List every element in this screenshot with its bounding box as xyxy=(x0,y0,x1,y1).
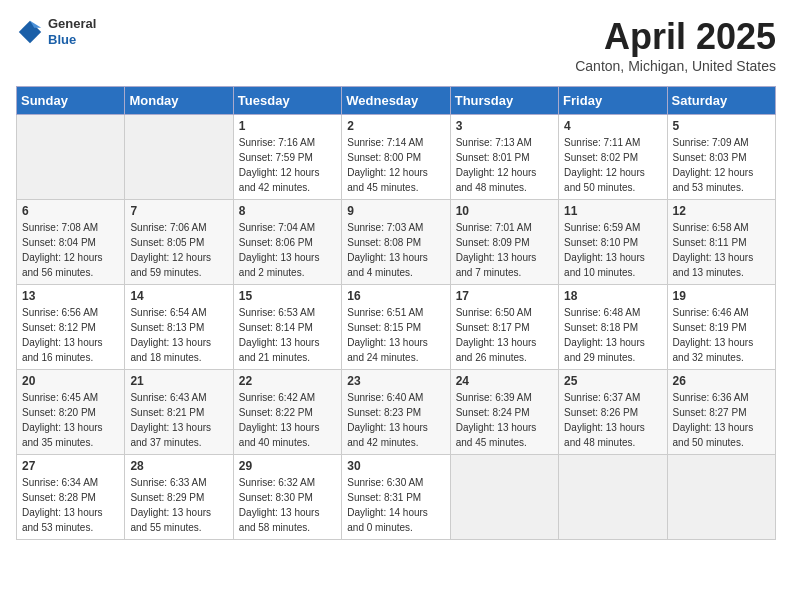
calendar-cell: 13Sunrise: 6:56 AM Sunset: 8:12 PM Dayli… xyxy=(17,285,125,370)
calendar-table: SundayMondayTuesdayWednesdayThursdayFrid… xyxy=(16,86,776,540)
calendar-cell: 10Sunrise: 7:01 AM Sunset: 8:09 PM Dayli… xyxy=(450,200,558,285)
svg-marker-0 xyxy=(19,20,41,42)
weekday-header-wednesday: Wednesday xyxy=(342,87,450,115)
calendar-cell xyxy=(125,115,233,200)
day-info: Sunrise: 6:32 AM Sunset: 8:30 PM Dayligh… xyxy=(239,475,336,535)
day-info: Sunrise: 7:09 AM Sunset: 8:03 PM Dayligh… xyxy=(673,135,770,195)
day-number: 22 xyxy=(239,374,336,388)
calendar-cell: 29Sunrise: 6:32 AM Sunset: 8:30 PM Dayli… xyxy=(233,455,341,540)
day-number: 5 xyxy=(673,119,770,133)
day-info: Sunrise: 7:11 AM Sunset: 8:02 PM Dayligh… xyxy=(564,135,661,195)
calendar-cell: 23Sunrise: 6:40 AM Sunset: 8:23 PM Dayli… xyxy=(342,370,450,455)
calendar-cell: 19Sunrise: 6:46 AM Sunset: 8:19 PM Dayli… xyxy=(667,285,775,370)
calendar-cell: 11Sunrise: 6:59 AM Sunset: 8:10 PM Dayli… xyxy=(559,200,667,285)
day-info: Sunrise: 6:36 AM Sunset: 8:27 PM Dayligh… xyxy=(673,390,770,450)
day-info: Sunrise: 7:08 AM Sunset: 8:04 PM Dayligh… xyxy=(22,220,119,280)
calendar-cell: 20Sunrise: 6:45 AM Sunset: 8:20 PM Dayli… xyxy=(17,370,125,455)
calendar-cell: 21Sunrise: 6:43 AM Sunset: 8:21 PM Dayli… xyxy=(125,370,233,455)
day-number: 7 xyxy=(130,204,227,218)
title-area: April 2025 Canton, Michigan, United Stat… xyxy=(575,16,776,74)
month-title: April 2025 xyxy=(575,16,776,58)
weekday-header-monday: Monday xyxy=(125,87,233,115)
calendar-cell: 2Sunrise: 7:14 AM Sunset: 8:00 PM Daylig… xyxy=(342,115,450,200)
calendar-cell: 25Sunrise: 6:37 AM Sunset: 8:26 PM Dayli… xyxy=(559,370,667,455)
day-number: 24 xyxy=(456,374,553,388)
calendar-cell: 24Sunrise: 6:39 AM Sunset: 8:24 PM Dayli… xyxy=(450,370,558,455)
week-row-1: 1Sunrise: 7:16 AM Sunset: 7:59 PM Daylig… xyxy=(17,115,776,200)
day-number: 14 xyxy=(130,289,227,303)
calendar-cell: 27Sunrise: 6:34 AM Sunset: 8:28 PM Dayli… xyxy=(17,455,125,540)
weekday-header-tuesday: Tuesday xyxy=(233,87,341,115)
day-info: Sunrise: 6:42 AM Sunset: 8:22 PM Dayligh… xyxy=(239,390,336,450)
logo-blue-text: Blue xyxy=(48,32,96,48)
day-number: 9 xyxy=(347,204,444,218)
calendar-cell: 1Sunrise: 7:16 AM Sunset: 7:59 PM Daylig… xyxy=(233,115,341,200)
day-number: 13 xyxy=(22,289,119,303)
day-number: 21 xyxy=(130,374,227,388)
day-number: 12 xyxy=(673,204,770,218)
calendar-cell xyxy=(17,115,125,200)
day-info: Sunrise: 7:14 AM Sunset: 8:00 PM Dayligh… xyxy=(347,135,444,195)
day-number: 30 xyxy=(347,459,444,473)
calendar-cell: 30Sunrise: 6:30 AM Sunset: 8:31 PM Dayli… xyxy=(342,455,450,540)
day-info: Sunrise: 6:54 AM Sunset: 8:13 PM Dayligh… xyxy=(130,305,227,365)
day-info: Sunrise: 6:51 AM Sunset: 8:15 PM Dayligh… xyxy=(347,305,444,365)
day-info: Sunrise: 6:33 AM Sunset: 8:29 PM Dayligh… xyxy=(130,475,227,535)
day-number: 17 xyxy=(456,289,553,303)
calendar-cell xyxy=(450,455,558,540)
calendar-cell: 5Sunrise: 7:09 AM Sunset: 8:03 PM Daylig… xyxy=(667,115,775,200)
weekday-header-sunday: Sunday xyxy=(17,87,125,115)
week-row-5: 27Sunrise: 6:34 AM Sunset: 8:28 PM Dayli… xyxy=(17,455,776,540)
logo: General Blue xyxy=(16,16,96,47)
calendar-cell: 18Sunrise: 6:48 AM Sunset: 8:18 PM Dayli… xyxy=(559,285,667,370)
calendar-cell: 7Sunrise: 7:06 AM Sunset: 8:05 PM Daylig… xyxy=(125,200,233,285)
week-row-3: 13Sunrise: 6:56 AM Sunset: 8:12 PM Dayli… xyxy=(17,285,776,370)
calendar-cell: 14Sunrise: 6:54 AM Sunset: 8:13 PM Dayli… xyxy=(125,285,233,370)
logo-text: General Blue xyxy=(48,16,96,47)
calendar-cell: 12Sunrise: 6:58 AM Sunset: 8:11 PM Dayli… xyxy=(667,200,775,285)
day-number: 25 xyxy=(564,374,661,388)
day-number: 6 xyxy=(22,204,119,218)
day-info: Sunrise: 6:46 AM Sunset: 8:19 PM Dayligh… xyxy=(673,305,770,365)
day-number: 11 xyxy=(564,204,661,218)
calendar-cell: 26Sunrise: 6:36 AM Sunset: 8:27 PM Dayli… xyxy=(667,370,775,455)
day-number: 18 xyxy=(564,289,661,303)
day-info: Sunrise: 6:43 AM Sunset: 8:21 PM Dayligh… xyxy=(130,390,227,450)
day-number: 3 xyxy=(456,119,553,133)
day-info: Sunrise: 7:16 AM Sunset: 7:59 PM Dayligh… xyxy=(239,135,336,195)
calendar-cell: 17Sunrise: 6:50 AM Sunset: 8:17 PM Dayli… xyxy=(450,285,558,370)
calendar-cell: 16Sunrise: 6:51 AM Sunset: 8:15 PM Dayli… xyxy=(342,285,450,370)
day-info: Sunrise: 6:53 AM Sunset: 8:14 PM Dayligh… xyxy=(239,305,336,365)
weekday-header-row: SundayMondayTuesdayWednesdayThursdayFrid… xyxy=(17,87,776,115)
day-number: 1 xyxy=(239,119,336,133)
day-info: Sunrise: 7:01 AM Sunset: 8:09 PM Dayligh… xyxy=(456,220,553,280)
day-number: 10 xyxy=(456,204,553,218)
day-info: Sunrise: 6:58 AM Sunset: 8:11 PM Dayligh… xyxy=(673,220,770,280)
day-number: 20 xyxy=(22,374,119,388)
logo-icon xyxy=(16,18,44,46)
day-number: 29 xyxy=(239,459,336,473)
day-number: 4 xyxy=(564,119,661,133)
calendar-cell: 6Sunrise: 7:08 AM Sunset: 8:04 PM Daylig… xyxy=(17,200,125,285)
day-info: Sunrise: 6:56 AM Sunset: 8:12 PM Dayligh… xyxy=(22,305,119,365)
calendar-cell: 28Sunrise: 6:33 AM Sunset: 8:29 PM Dayli… xyxy=(125,455,233,540)
day-info: Sunrise: 7:03 AM Sunset: 8:08 PM Dayligh… xyxy=(347,220,444,280)
weekday-header-saturday: Saturday xyxy=(667,87,775,115)
day-number: 27 xyxy=(22,459,119,473)
header: General Blue April 2025 Canton, Michigan… xyxy=(16,16,776,74)
day-number: 8 xyxy=(239,204,336,218)
logo-general-text: General xyxy=(48,16,96,32)
day-number: 19 xyxy=(673,289,770,303)
day-info: Sunrise: 6:45 AM Sunset: 8:20 PM Dayligh… xyxy=(22,390,119,450)
week-row-4: 20Sunrise: 6:45 AM Sunset: 8:20 PM Dayli… xyxy=(17,370,776,455)
day-info: Sunrise: 6:48 AM Sunset: 8:18 PM Dayligh… xyxy=(564,305,661,365)
calendar-cell: 8Sunrise: 7:04 AM Sunset: 8:06 PM Daylig… xyxy=(233,200,341,285)
day-info: Sunrise: 7:06 AM Sunset: 8:05 PM Dayligh… xyxy=(130,220,227,280)
day-info: Sunrise: 6:40 AM Sunset: 8:23 PM Dayligh… xyxy=(347,390,444,450)
day-number: 23 xyxy=(347,374,444,388)
calendar-cell: 4Sunrise: 7:11 AM Sunset: 8:02 PM Daylig… xyxy=(559,115,667,200)
calendar-cell xyxy=(559,455,667,540)
location: Canton, Michigan, United States xyxy=(575,58,776,74)
day-info: Sunrise: 6:37 AM Sunset: 8:26 PM Dayligh… xyxy=(564,390,661,450)
day-info: Sunrise: 6:34 AM Sunset: 8:28 PM Dayligh… xyxy=(22,475,119,535)
